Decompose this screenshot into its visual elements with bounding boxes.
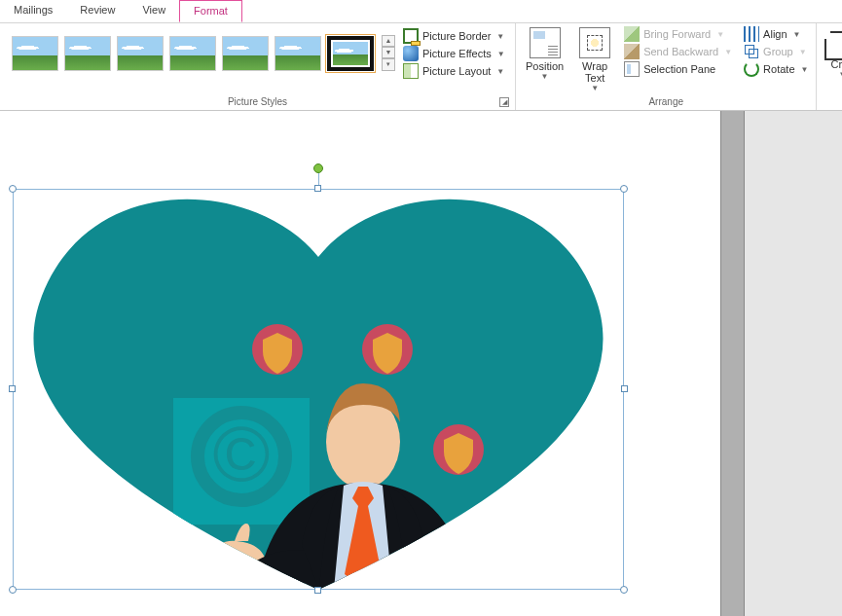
rotation-handle[interactable] [313, 163, 323, 173]
dropdown-icon: ▼ [801, 65, 809, 74]
ribbon: ▲ ▼ ▾ Picture Border ▼ Picture Effects ▼ [0, 23, 842, 111]
group-label-picture-styles: Picture Styles ◢ [4, 94, 511, 110]
picture-style-4[interactable] [169, 36, 216, 71]
dropdown-icon: ▼ [591, 84, 599, 92]
gallery-more-button[interactable]: ▾ [382, 58, 395, 71]
picture-style-1[interactable] [12, 36, 58, 71]
picture-border-button[interactable]: Picture Border ▼ [399, 27, 509, 45]
page-edge [720, 111, 745, 616]
group-icon [744, 44, 759, 59]
crop-icon [830, 31, 842, 54]
picture-style-6[interactable] [275, 36, 321, 71]
selected-picture[interactable]: © [13, 189, 624, 590]
dropdown-icon: ▼ [793, 30, 801, 39]
picture-style-7-selected[interactable] [327, 36, 374, 71]
picture-layout-button[interactable]: Picture Layout ▼ [399, 62, 509, 80]
group-button[interactable]: Group ▼ [740, 43, 812, 60]
document-page[interactable]: © [0, 111, 720, 616]
group-size: Crop ▼ [817, 23, 842, 110]
picture-border-label: Picture Border [422, 30, 491, 42]
gallery-up-button[interactable]: ▲ [382, 35, 395, 47]
wrap-text-button[interactable]: Wrap Text ▼ [573, 25, 616, 94]
dropdown-icon: ▼ [496, 32, 504, 41]
resize-handle-b[interactable] [314, 587, 321, 594]
picture-style-3[interactable] [117, 36, 164, 71]
tab-mailings[interactable]: Mailings [0, 0, 66, 22]
dropdown-icon: ▼ [724, 48, 732, 56]
picture-styles-dialog-launcher[interactable]: ◢ [499, 97, 509, 107]
rotate-icon [744, 61, 759, 77]
rotation-connector [318, 172, 319, 186]
resize-handle-r[interactable] [621, 385, 628, 392]
dropdown-icon: ▼ [799, 48, 807, 56]
crop-button[interactable]: Crop ▼ [821, 25, 842, 81]
resize-handle-t[interactable] [314, 185, 321, 192]
align-icon [744, 26, 759, 42]
picture-effects-button[interactable]: Picture Effects ▼ [399, 45, 509, 62]
send-backward-button[interactable]: Send Backward ▼ [620, 43, 736, 60]
resize-handle-l[interactable] [9, 385, 16, 392]
tab-format[interactable]: Format [179, 0, 242, 22]
dropdown-icon: ▼ [497, 50, 505, 58]
selection-pane-icon [624, 61, 640, 77]
dropdown-icon: ▼ [496, 67, 504, 76]
resize-handle-tr[interactable] [620, 185, 628, 193]
gallery-down-button[interactable]: ▼ [382, 47, 395, 58]
rotate-button[interactable]: Rotate ▼ [740, 60, 812, 78]
ribbon-tabs: Mailings Review View Format [0, 0, 842, 23]
dropdown-icon: ▼ [541, 72, 549, 81]
picture-effects-icon [403, 46, 419, 61]
dropdown-icon: ▼ [838, 70, 842, 79]
tab-view[interactable]: View [128, 0, 179, 22]
workspace: © [0, 111, 842, 616]
workspace-background [745, 111, 842, 616]
bring-forward-icon [624, 26, 640, 42]
selection-outline [13, 189, 624, 590]
wrap-text-icon [579, 27, 610, 58]
group-picture-styles: ▲ ▼ ▾ Picture Border ▼ Picture Effects ▼ [0, 23, 516, 110]
bring-forward-button[interactable]: Bring Forward ▼ [620, 25, 736, 43]
dropdown-icon: ▼ [716, 30, 724, 39]
group-arrange: Position ▼ Wrap Text ▼ Bring Forward ▼ S… [516, 23, 817, 110]
position-button[interactable]: Position ▼ [520, 25, 569, 83]
align-button[interactable]: Align ▼ [740, 25, 812, 43]
tab-review[interactable]: Review [66, 0, 128, 22]
position-icon [530, 27, 561, 58]
picture-border-icon [403, 28, 419, 44]
picture-style-2[interactable] [64, 36, 111, 71]
resize-handle-br[interactable] [620, 586, 628, 594]
gallery-scroll: ▲ ▼ ▾ [382, 35, 395, 71]
resize-handle-tl[interactable] [9, 185, 17, 193]
resize-handle-bl[interactable] [9, 586, 17, 594]
picture-layout-label: Picture Layout [422, 65, 491, 77]
picture-effects-label: Picture Effects [422, 48, 492, 59]
group-label-arrange: Arrange [520, 94, 812, 110]
picture-layout-icon [403, 63, 419, 79]
send-backward-icon [624, 44, 640, 59]
picture-style-5[interactable] [222, 36, 269, 71]
selection-pane-button[interactable]: Selection Pane [620, 60, 736, 78]
